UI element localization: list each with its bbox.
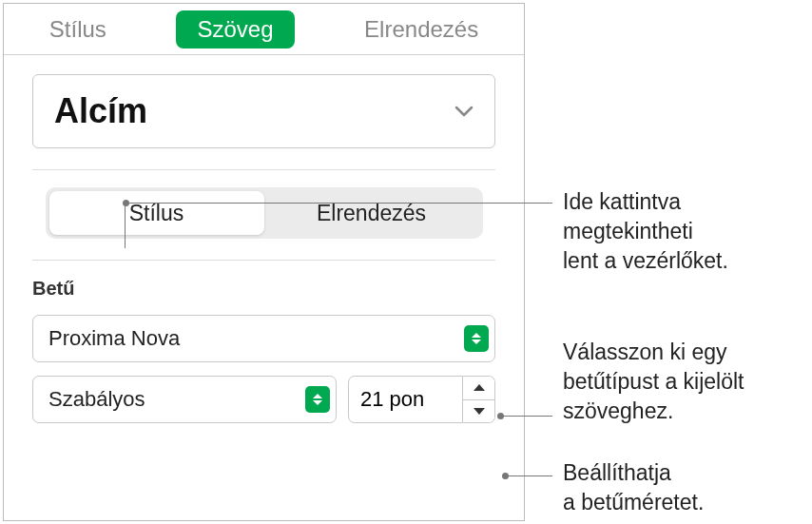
- callout-lead: [504, 475, 552, 476]
- callout-line: Beállíthatja: [563, 458, 704, 488]
- callout-lead: [499, 416, 552, 417]
- callout-line: lent a vezérlőket.: [563, 246, 728, 276]
- tab-text[interactable]: Szöveg: [176, 10, 294, 49]
- callout-text: Ide kattintva megtekintheti lent a vezér…: [563, 187, 728, 276]
- callout-lead: [125, 203, 552, 204]
- font-family-popup[interactable]: Proxima Nova: [32, 315, 495, 362]
- callout-line: megtekintheti: [563, 217, 728, 246]
- callout-line: szöveghez.: [563, 397, 744, 426]
- subtab-layout[interactable]: Elrendezés: [264, 191, 479, 235]
- callout-text: Beállíthatja a betűméretet.: [563, 458, 704, 517]
- subtab-style[interactable]: Stílus: [49, 191, 264, 235]
- font-size-field: 21 pon: [348, 376, 495, 423]
- font-section-label: Betű: [32, 278, 495, 300]
- font-weight-popup[interactable]: Szabályos: [32, 376, 337, 423]
- callout-text: Válasszon ki egy betűtípust a kijelölt s…: [563, 338, 744, 426]
- tab-style[interactable]: Stílus: [29, 10, 127, 49]
- paragraph-style-popup[interactable]: Alcím: [32, 74, 495, 148]
- top-tabs: Stílus Szöveg Elrendezés: [4, 4, 524, 55]
- divider: [32, 260, 495, 261]
- font-size-input[interactable]: 21 pon: [348, 376, 463, 423]
- callout-line: Válasszon ki egy: [563, 338, 744, 367]
- callout-line: a betűméretet.: [563, 488, 704, 517]
- divider: [32, 169, 495, 170]
- callout-lead: [125, 203, 126, 248]
- format-panel: Stílus Szöveg Elrendezés Alcím Stílus El…: [3, 3, 525, 521]
- callout-line: Ide kattintva: [563, 187, 728, 217]
- updown-icon: [305, 386, 330, 413]
- font-size-stepper: [463, 376, 495, 423]
- font-weight-label: Szabályos: [48, 387, 145, 412]
- tab-layout[interactable]: Elrendezés: [343, 10, 499, 49]
- chevron-down-icon: [454, 106, 474, 117]
- callout-line: betűtípust a kijelölt: [563, 367, 744, 397]
- stepper-down[interactable]: [463, 399, 494, 423]
- font-family-label: Proxima Nova: [48, 326, 180, 351]
- subtabs: Stílus Elrendezés: [46, 187, 483, 239]
- paragraph-style-label: Alcím: [54, 91, 147, 131]
- stepper-up[interactable]: [463, 377, 494, 399]
- updown-icon: [464, 325, 489, 352]
